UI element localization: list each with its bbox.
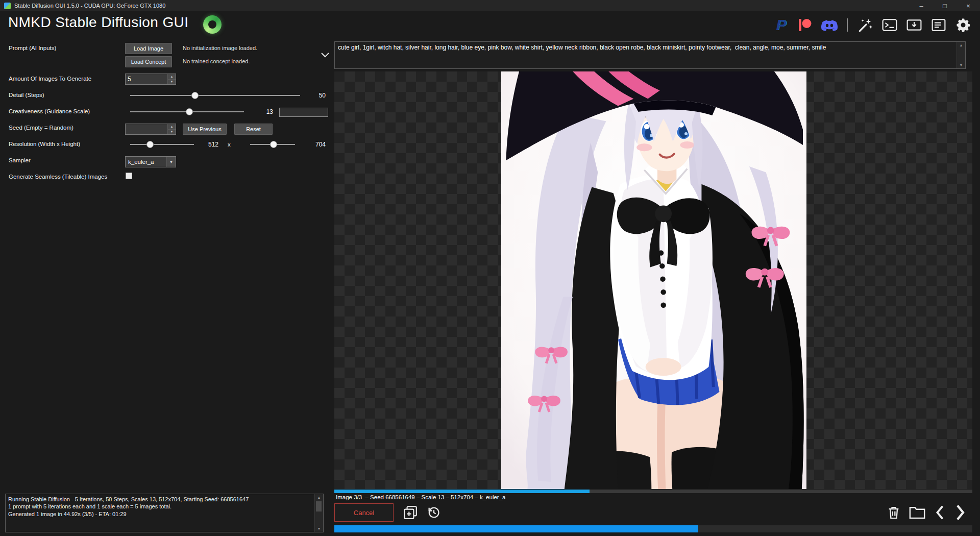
height-slider-thumb[interactable] (270, 141, 277, 148)
guidance-slider[interactable] (130, 107, 244, 116)
post-processing-wand-icon[interactable] (855, 15, 875, 35)
seed-stepper[interactable]: ▲▼ (125, 124, 176, 135)
page-title: NMKD Stable Diffusion GUI (8, 14, 188, 31)
scroll-up-icon[interactable]: ▲ (960, 42, 963, 48)
guidance-progressbar (279, 108, 328, 117)
scroll-down-icon[interactable]: ▼ (317, 525, 321, 532)
log-box: Running Stable Diffusion - 5 Iterations,… (5, 494, 324, 532)
image-progress-fill (334, 490, 590, 493)
prompt-scrollbar[interactable]: ▲ ▼ (957, 42, 965, 68)
import-image-icon[interactable] (904, 15, 924, 35)
generated-image (501, 71, 806, 489)
image-progressbar (334, 490, 972, 493)
amount-stepper[interactable]: ▲▼ (125, 74, 176, 85)
settings-gear-icon[interactable] (953, 15, 973, 35)
titlebar: Stable Diffusion GUI 1.5.0 - CUDA GPU: G… (0, 0, 980, 11)
log-line: Generated 1 image in 44.92s (3/5) - ETA:… (8, 510, 312, 518)
scroll-down-icon[interactable]: ▼ (960, 62, 963, 68)
use-previous-button[interactable]: Use Previous (183, 124, 227, 135)
add-to-collection-button[interactable] (400, 503, 421, 522)
spin-down-icon[interactable]: ▼ (168, 79, 176, 85)
reset-button[interactable]: Reset (234, 124, 273, 135)
minimize-button[interactable]: – (910, 0, 933, 11)
history-icon (427, 505, 441, 520)
sampler-value: k_euler_a (126, 159, 166, 165)
console-icon[interactable] (880, 15, 899, 35)
chevron-left-icon (935, 505, 944, 520)
history-button[interactable] (424, 503, 444, 522)
concept-status: No trained concept loaded. (183, 58, 250, 64)
prompt-input[interactable]: cute girl, 1girl, witch hat, silver hair… (335, 42, 957, 68)
close-button[interactable]: × (957, 0, 980, 11)
copy-plus-icon (403, 505, 418, 520)
prompt-label: Prompt (AI Inputs) (9, 45, 56, 51)
guidance-slider-thumb[interactable] (186, 108, 193, 115)
resolution-label: Resolution (Width x Height) (9, 141, 80, 147)
seed-spinner[interactable]: ▲▼ (167, 124, 176, 134)
spin-down-icon[interactable]: ▼ (168, 129, 176, 135)
chevron-down-icon (321, 53, 329, 58)
height-slider[interactable] (250, 140, 295, 149)
toolbar-divider (847, 18, 848, 32)
next-image-button[interactable] (949, 502, 972, 523)
load-concept-button[interactable]: Load Concept (125, 56, 172, 67)
overall-progressbar (334, 525, 972, 532)
width-slider-track (130, 144, 194, 145)
cancel-button[interactable]: Cancel (334, 503, 394, 522)
trash-icon (887, 505, 901, 520)
width-value: 512 (200, 141, 218, 148)
chevron-right-icon (955, 504, 966, 521)
load-image-button[interactable]: Load Image (125, 43, 172, 54)
sampler-label: Sampler (9, 157, 31, 163)
patreon-icon[interactable] (795, 15, 815, 35)
anime-illustration (501, 71, 806, 489)
previous-image-button[interactable] (931, 502, 948, 523)
chevron-down-icon[interactable]: ▼ (166, 157, 176, 167)
folder-icon (909, 505, 925, 520)
steps-value: 50 (306, 92, 326, 99)
queue-list-icon[interactable] (929, 15, 948, 35)
amount-input[interactable] (126, 74, 167, 84)
seed-input[interactable] (126, 124, 167, 134)
seamless-checkbox[interactable] (126, 173, 132, 179)
paypal-icon[interactable]: PP (771, 15, 790, 35)
log-line: Running Stable Diffusion - 5 Iterations,… (8, 496, 312, 503)
resolution-separator: x (228, 141, 231, 148)
steps-slider-track (130, 95, 300, 96)
window-title: Stable Diffusion GUI 1.5.0 - CUDA GPU: G… (14, 3, 165, 9)
steps-slider[interactable] (130, 91, 300, 100)
width-slider-thumb[interactable] (146, 141, 154, 148)
nmkd-logo-icon (203, 15, 222, 34)
sampler-select[interactable]: k_euler_a ▼ (125, 156, 176, 167)
log-scrollbar[interactable]: ▲ ▼ (314, 494, 323, 532)
seed-label: Seed (Empty = Random) (9, 125, 74, 131)
steps-label: Detail (Steps) (9, 92, 44, 98)
image-caption: Image 3/3 – Seed 668561649 – Scale 13 – … (336, 494, 505, 500)
seamless-label: Generate Seamless (Tileable) Images (9, 174, 107, 180)
steps-slider-thumb[interactable] (191, 92, 199, 99)
open-output-folder-button[interactable] (906, 502, 928, 523)
discord-icon[interactable] (820, 15, 839, 35)
delete-image-button[interactable] (884, 502, 903, 523)
expand-prompt-button[interactable] (319, 41, 331, 69)
init-image-status: No initialization image loaded. (183, 45, 257, 51)
image-canvas (334, 71, 972, 489)
amount-spinner[interactable]: ▲▼ (167, 74, 176, 84)
maximize-button[interactable]: □ (933, 0, 957, 11)
scroll-up-icon[interactable]: ▲ (317, 494, 321, 501)
spin-up-icon[interactable]: ▲ (168, 74, 176, 79)
spin-up-icon[interactable]: ▲ (168, 124, 176, 129)
height-value: 704 (306, 141, 326, 148)
amount-label: Amount Of Images To Generate (9, 76, 91, 82)
app-icon (4, 3, 11, 9)
header-toolbar: PP (771, 15, 973, 35)
app-window: Stable Diffusion GUI 1.5.0 - CUDA GPU: G… (0, 0, 980, 536)
overall-progress-fill (334, 525, 698, 532)
guidance-value: 13 (253, 108, 273, 115)
prompt-box: cute girl, 1girl, witch hat, silver hair… (334, 41, 966, 69)
scrollbar-thumb[interactable] (316, 501, 322, 511)
log-line: 1 prompt with 5 iterations each and 1 sc… (8, 503, 312, 510)
width-slider[interactable] (130, 140, 194, 149)
guidance-label: Creativeness (Guidance Scale) (9, 108, 90, 114)
